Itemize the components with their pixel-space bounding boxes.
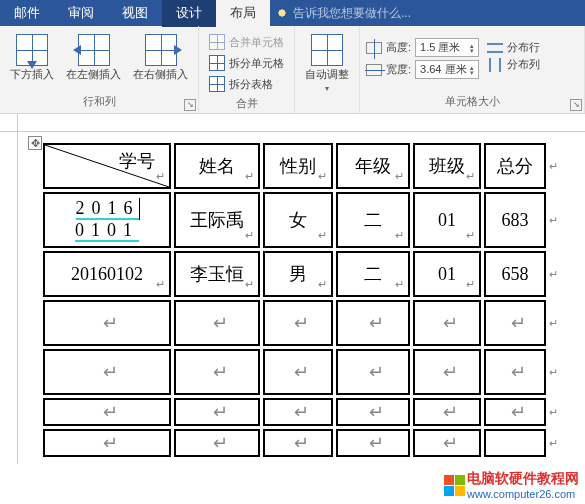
split-table-button[interactable]: 拆分表格 <box>205 74 288 94</box>
group-label-cell-size: 单元格大小 <box>366 92 578 111</box>
document-table[interactable]: 学号 ↵ 姓名↵ 性别↵ 年级↵ 班级↵ 总分↵ 20160101 王际禹↵ 女… <box>40 140 549 460</box>
cell-r5-c1[interactable]: ↵ <box>174 398 260 426</box>
ribbon-tabs: 邮件 审阅 视图 设计 布局 告诉我您想要做什么... <box>0 0 585 26</box>
merge-cells-icon <box>209 34 225 50</box>
split-table-icon <box>209 76 225 92</box>
autofit-icon <box>311 34 343 66</box>
split-cells-button[interactable]: 拆分单元格 <box>205 53 288 73</box>
group-cell-size: 高度: 1.5 厘米 ▴▾ 宽度: 3.64 厘米 ▴▾ <box>360 26 585 113</box>
tab-view[interactable]: 视图 <box>108 0 162 27</box>
cell-r4-c1[interactable]: ↵ <box>174 349 260 395</box>
distribute-cols-icon <box>487 58 503 72</box>
cell-r1-total[interactable]: 683↵ <box>484 192 546 248</box>
insert-right-button[interactable]: 在右侧插入 <box>129 32 192 83</box>
cell-r4-c5[interactable]: ↵↵ <box>484 349 546 395</box>
cell-r5-c5[interactable]: ↵↵ <box>484 398 546 426</box>
height-spinner[interactable]: ▴▾ <box>470 43 474 53</box>
cell-r2-class[interactable]: 01↵ <box>413 251 481 297</box>
height-icon <box>366 42 382 54</box>
cell-r6-c2[interactable]: ↵ <box>263 429 333 457</box>
cell-r3-c0[interactable]: ↵ <box>43 300 171 346</box>
header-cell-name[interactable]: 姓名↵ <box>174 143 260 189</box>
tab-design[interactable]: 设计 <box>162 0 216 27</box>
header-cell-total[interactable]: 总分↵ <box>484 143 546 189</box>
split-cells-icon <box>209 55 225 71</box>
cell-r4-c0[interactable]: ↵ <box>43 349 171 395</box>
group-autofit: 自动调整▾ <box>295 26 360 113</box>
cell-r1-class[interactable]: 01↵ <box>413 192 481 248</box>
cell-r3-c3[interactable]: ↵ <box>336 300 410 346</box>
height-input[interactable]: 1.5 厘米 ▴▾ <box>415 38 479 57</box>
cell-r1-name[interactable]: 王际禹↵ <box>174 192 260 248</box>
group-label-merge: 合并 <box>205 94 288 113</box>
watermark: 电脑软硬件教程网 www.computer26.com <box>444 470 579 500</box>
cell-r6-c3[interactable]: ↵ <box>336 429 410 457</box>
windows-logo-icon <box>444 475 465 496</box>
tab-layout[interactable]: 布局 <box>216 0 270 27</box>
cell-r4-c3[interactable]: ↵ <box>336 349 410 395</box>
distribute-rows-icon <box>487 41 503 55</box>
cell-r3-c2[interactable]: ↵ <box>263 300 333 346</box>
header-cell-gender[interactable]: 性别↵ <box>263 143 333 189</box>
height-label: 高度: <box>386 40 411 55</box>
chevron-down-icon: ▾ <box>325 84 329 93</box>
insert-left-button[interactable]: 在左侧插入 <box>62 32 125 83</box>
bulb-icon <box>276 7 288 19</box>
ruler-corner <box>0 114 18 132</box>
header-cell-grade[interactable]: 年级↵ <box>336 143 410 189</box>
cell-r5-c3[interactable]: ↵ <box>336 398 410 426</box>
cell-r1-grade[interactable]: 二↵ <box>336 192 410 248</box>
width-input[interactable]: 3.64 厘米 ▴▾ <box>415 60 479 79</box>
cell-r6-c0[interactable]: ↵ <box>43 429 171 457</box>
rows-cols-dialog-launcher[interactable]: ↘ <box>184 99 196 111</box>
cell-r5-c0[interactable]: ↵ <box>43 398 171 426</box>
tell-me-search[interactable]: 告诉我您想要做什么... <box>276 5 411 22</box>
tab-mail[interactable]: 邮件 <box>0 0 54 27</box>
cell-r3-c4[interactable]: ↵ <box>413 300 481 346</box>
width-spinner[interactable]: ▴▾ <box>470 65 474 75</box>
distribute-cols-button[interactable]: 分布列 <box>487 57 540 72</box>
autofit-button[interactable]: 自动调整▾ <box>301 32 353 96</box>
cell-r2-name[interactable]: 李玉恒↵ <box>174 251 260 297</box>
cell-r6-c1[interactable]: ↵ <box>174 429 260 457</box>
cell-r1-gender[interactable]: 女↵ <box>263 192 333 248</box>
width-icon <box>366 64 382 76</box>
cell-r6-c4[interactable]: ↵ <box>413 429 481 457</box>
cell-size-dialog-launcher[interactable]: ↘ <box>570 99 582 111</box>
cell-r4-c4[interactable]: ↵ <box>413 349 481 395</box>
header-cell-class[interactable]: 班级↵ <box>413 143 481 189</box>
cell-r6-c5[interactable]: ↵ <box>484 429 546 457</box>
tell-me-placeholder: 告诉我您想要做什么... <box>293 5 411 22</box>
document-area: ✥ 学号 ↵ 姓名↵ 性别↵ 年级↵ 班级↵ 总分↵ 20160101 王际禹↵… <box>0 114 585 464</box>
cell-r1-id[interactable]: 20160101 <box>43 192 171 248</box>
group-rows-cols: 下方插入 在左侧插入 在右侧插入 行和列 ↘ <box>0 26 199 113</box>
width-label: 宽度: <box>386 62 411 77</box>
cell-r3-c1[interactable]: ↵ <box>174 300 260 346</box>
merge-cells-button[interactable]: 合并单元格 <box>205 32 288 52</box>
ribbon: 下方插入 在左侧插入 在右侧插入 行和列 ↘ 合并单元格 <box>0 26 585 114</box>
cell-r5-c2[interactable]: ↵ <box>263 398 333 426</box>
cell-r3-c5[interactable]: ↵↵ <box>484 300 546 346</box>
cell-r2-id[interactable]: 20160102↵ <box>43 251 171 297</box>
cell-r4-c2[interactable]: ↵ <box>263 349 333 395</box>
table-move-handle[interactable]: ✥ <box>28 136 42 150</box>
tab-review[interactable]: 审阅 <box>54 0 108 27</box>
vertical-ruler[interactable] <box>0 132 18 464</box>
cell-r5-c4[interactable]: ↵ <box>413 398 481 426</box>
cell-r2-total[interactable]: 658↵ <box>484 251 546 297</box>
group-merge: 合并单元格 拆分单元格 拆分表格 合并 <box>199 26 295 113</box>
group-label-rows-cols: 行和列 <box>6 92 192 111</box>
horizontal-ruler[interactable] <box>18 114 585 132</box>
cell-r2-gender[interactable]: 男↵ <box>263 251 333 297</box>
header-cell-id[interactable]: 学号 ↵ <box>43 143 171 189</box>
insert-below-button[interactable]: 下方插入 <box>6 32 58 83</box>
distribute-rows-button[interactable]: 分布行 <box>487 40 540 55</box>
cell-r2-grade[interactable]: 二↵ <box>336 251 410 297</box>
